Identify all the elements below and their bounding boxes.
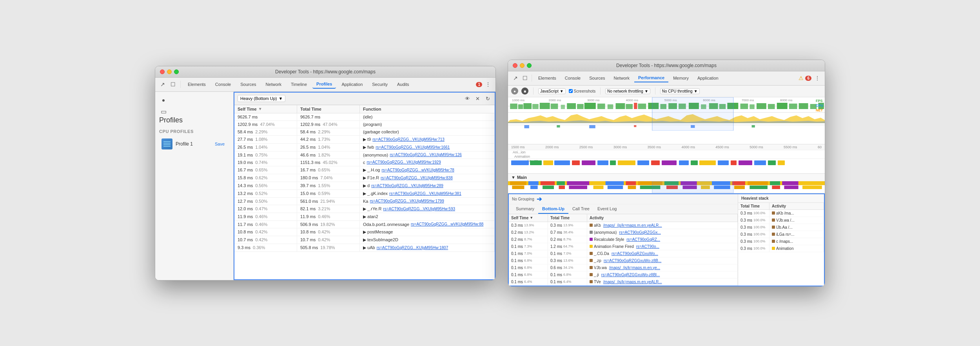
bottom-table-row[interactable]: 0.1 ms 6.8%0.3 ms 13.6%_.zprs=ACT90oGqRZ… (509, 257, 738, 264)
bottom-table-row[interactable]: 0.2 ms 8.7%0.2 ms 8.7%Recalculate Styler… (509, 236, 738, 243)
right-tab-performance[interactable]: Performance (634, 74, 668, 82)
function-link[interactable]: rs=ACT90oGqRZGG...wVKUIgM95Hw:88 (411, 222, 483, 226)
tab-sources[interactable]: Sources (236, 80, 260, 88)
bottom-table-row[interactable]: 0.1 ms 7.3%1.2 ms 64.7%Animation Frame F… (509, 243, 738, 250)
activity-link[interactable]: rs=ACT90oGqRZ... (626, 237, 660, 242)
table-row[interactable]: 26.5 ms1.04%26.5 ms1.04%▶ fwbrs=ACT90oGq… (234, 144, 495, 151)
table-row[interactable]: 14.3 ms0.56%39.7 ms1.55%▶ drs=ACT90oGqRZ… (234, 182, 495, 190)
eye-icon[interactable]: 👁 (463, 95, 471, 102)
right-tab-memory[interactable]: Memory (669, 74, 693, 82)
bottom-table-row[interactable]: 0.1 ms 6.4%0.1 ms 6.4%TVe/maps/_/js/k=ma… (509, 279, 738, 286)
cursor-icon[interactable]: ↗ (158, 80, 167, 89)
function-link[interactable]: rs=ACT90oGqRZGG...VKUIgM95Hw:1929 (367, 160, 441, 164)
save-profile-button[interactable]: Save (212, 141, 227, 147)
right-close-button[interactable] (513, 63, 517, 68)
right-inspect-icon[interactable]: ☐ (521, 74, 529, 82)
function-link[interactable]: rs=ACT90oGqRZGG...wVKUIgM95Hw:78 (381, 168, 454, 172)
view-mode-selector[interactable]: Heavy (Bottom Up) ▼ (238, 95, 285, 102)
cpu-label: CPU (816, 104, 823, 107)
table-row[interactable]: 9626.7 ms9626.7 ms(idle) (234, 113, 495, 121)
stop-button[interactable]: ▭ (159, 107, 168, 116)
cpu-throttle-dropdown[interactable]: No CPU throttling ▼ (660, 88, 700, 94)
activity-link[interactable]: rs=ACT90oGqRZGGxuWo-z8Bl... (601, 273, 660, 277)
tab-elements[interactable]: Elements (184, 80, 210, 88)
bottom-table-row[interactable]: 0.1 ms 6.8%0.1 ms 6.8%_.jirs=ACT90oGqRZG… (509, 271, 738, 279)
activity-link[interactable]: rs=ACT90oGqRZGGxuWo-z8B... (604, 259, 661, 263)
activity-link[interactable]: /maps/_/js/k=maps.m.en.yeALR... (603, 223, 662, 228)
activity-link[interactable]: /maps/_/js/k=maps.m.en.ye... (609, 266, 660, 270)
svg-rect-18 (584, 103, 596, 109)
table-row[interactable]: 12.0 ms0.47%82.1 ms3.21%▶ _.rYe.Rrs=ACT9… (234, 205, 495, 213)
function-link[interactable]: rs=ACT90oGqRZGG...VKUIgM95Hw:838 (381, 176, 453, 180)
tab-network[interactable]: Network (262, 80, 285, 88)
svg-rect-87 (732, 181, 745, 185)
tab-application[interactable]: Application (338, 80, 367, 88)
table-row[interactable]: 13.2 ms0.52%15.0 ms0.59%▶ _.gK.indexrs=A… (234, 190, 495, 198)
activity-link[interactable]: rs=ACT90o... (636, 244, 659, 249)
record-perf-button[interactable]: ● (511, 87, 518, 95)
function-link[interactable]: rs=ACT90oGqRZGG...VKUIgM95Hw:1799 (370, 199, 444, 203)
table-row[interactable]: 15.8 ms0.62%180.0 ms7.04%▶ F1e.Rrs=ACT90… (234, 174, 495, 182)
table-row[interactable]: 11.9 ms0.46%11.9 ms0.46%▶ atan2 (234, 213, 495, 221)
tab-audits[interactable]: Audits (393, 80, 413, 88)
function-link[interactable]: rs=ACT90oGqRZGG...VKUIgM95Hw:289 (371, 184, 443, 188)
bottom-tab-eventlog[interactable]: Event Log (593, 204, 621, 214)
network-throttle-dropdown[interactable]: No network throttling ▼ (605, 88, 650, 94)
stop-perf-button[interactable]: ■ (521, 87, 528, 95)
svg-rect-38 (777, 103, 788, 109)
table-row[interactable]: 12.7 ms0.50%561.0 ms21.94%Kars=ACT90oGqR… (234, 198, 495, 205)
right-tab-application[interactable]: Application (693, 74, 722, 82)
tab-profiles[interactable]: Profiles (312, 80, 336, 89)
table-row[interactable]: 19.1 ms0.75%46.6 ms1.82%(anonymous)rs=AC… (234, 151, 495, 159)
right-tab-elements[interactable]: Elements (534, 74, 560, 82)
right-more-icon[interactable]: ⋮ (813, 74, 822, 82)
function-link[interactable]: rs=ACT90oGqRZGG...VKUIgM95Hw:593 (383, 207, 455, 211)
left-maximize-button[interactable] (174, 69, 179, 74)
bottom-table-row[interactable]: 0.1 ms 7.0%0.1 ms 7.0%_.CG.Dars=ACT90oGq… (509, 250, 738, 257)
function-link[interactable]: rs=ACT90oGqRZGG...VKUIgM95Hw:713 (372, 137, 445, 142)
bottom-tab-calltree[interactable]: Call Tree (568, 204, 593, 214)
bottom-table-row[interactable]: 0.3 ms 13.9%0.3 ms 13.9%aKb/maps/_/js/k=… (509, 222, 738, 229)
tab-timeline[interactable]: Timeline (287, 80, 311, 88)
function-link[interactable]: rs=ACT90oGqRZGG...VKUIgM95Hw:1661 (376, 145, 450, 149)
table-row[interactable]: 19.0 ms0.74%1151.3 ms45.02%crs=ACT90oGqR… (234, 159, 495, 166)
main-expand-icon[interactable]: ▼ (511, 175, 515, 180)
table-row[interactable]: 58.4 ms2.29%58.4 ms2.29%(garbage collect… (234, 128, 495, 136)
table-row[interactable]: 10.8 ms0.42%10.8 ms0.42%▶ postMessage (234, 228, 495, 236)
function-link[interactable]: rs=ACT90oGqRZGG...VKUIgM95Hw:126 (390, 153, 462, 157)
tab-security[interactable]: Security (368, 80, 392, 88)
tab-console[interactable]: Console (211, 80, 235, 88)
inspect-icon[interactable]: ☐ (169, 80, 177, 89)
hth-activity: Activity (769, 203, 824, 209)
right-cursor-icon[interactable]: ↗ (511, 74, 520, 82)
left-close-button[interactable] (160, 69, 165, 74)
activity-link[interactable]: rs=ACT90oGqRZGxuWo... (612, 251, 658, 256)
right-maximize-button[interactable] (527, 63, 532, 68)
refresh-icon[interactable]: ↻ (484, 95, 492, 102)
activity-link[interactable]: /maps/_/js/k=maps.m.en.yeALR... (603, 280, 662, 284)
table-row[interactable]: 9.3 ms0.36%505.8 ms19.78%▶ uAbrs=ACT90oG… (234, 244, 495, 252)
table-row[interactable]: 1202.9 ms47.04%1202.9 ms47.04%(program) (234, 121, 495, 128)
close-table-icon[interactable]: ✕ (474, 95, 481, 102)
right-tab-sources[interactable]: Sources (585, 74, 609, 82)
js-dropdown[interactable]: JavaScript ▼ (538, 88, 566, 94)
right-tab-console[interactable]: Console (561, 74, 584, 82)
right-minimize-button[interactable] (520, 63, 524, 68)
right-tab-network[interactable]: Network (610, 74, 633, 82)
activity-link[interactable]: rs=ACT90oGqRZGGx... (619, 230, 661, 235)
bottom-tab-summary[interactable]: Summary (512, 204, 538, 214)
function-link[interactable]: rs=ACT90oGqRZGG...VKUIgM95Hw:381 (389, 191, 461, 196)
table-row[interactable]: 27.7 ms1.08%44.2 ms1.73%▶ t9rs=ACT90oGqR… (234, 136, 495, 144)
bottom-tab-bottomup[interactable]: Bottom-Up (538, 204, 568, 214)
table-row[interactable]: 10.7 ms0.42%10.7 ms0.42%▶ texSubImage2D (234, 236, 495, 244)
profile-item-1[interactable]: Profile 1 Save (159, 137, 229, 151)
table-row[interactable]: 11.7 ms0.46%506.9 ms19.82%Oda.b.port1.on… (234, 221, 495, 228)
bottom-table-row[interactable]: 0.1 ms 6.8%0.6 ms 34.1%VJb.wa/maps/_/js/… (509, 264, 738, 271)
left-minimize-button[interactable] (167, 69, 172, 74)
more-options-icon[interactable]: ⋮ (484, 80, 492, 89)
bottom-table-row[interactable]: 0.2 ms 13.2%0.7 ms 38.4%(anonymous)rs=AC… (509, 229, 738, 236)
record-button[interactable]: ● (159, 96, 168, 104)
table-row[interactable]: 16.7 ms0.65%16.7 ms0.65%▶ _.H.ogrs=ACT90… (234, 166, 495, 174)
screenshots-checkbox[interactable]: Screenshots (569, 89, 596, 93)
function-link[interactable]: rs=ACT90oGqRZGG...KUIgM95Hw:1807 (377, 246, 448, 250)
